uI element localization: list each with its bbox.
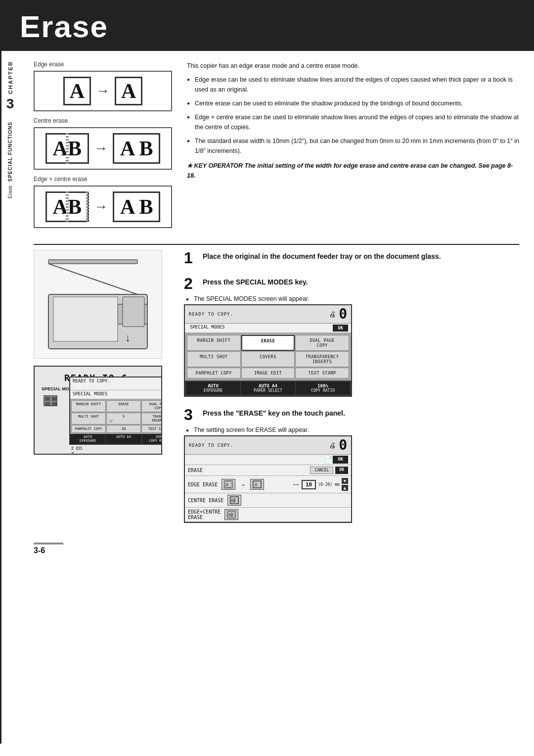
step-3: 3 Press the "ERASE" key on the touch pan… — [184, 407, 519, 523]
panel-label-2: 2 ED Y — [69, 446, 153, 455]
main-content: CHAPTER 3 SPECIAL FUNCTIONS Erase Edge e… — [0, 51, 534, 744]
step-1-header: 1 Place the original in the document fee… — [184, 250, 519, 266]
svg-rect-9 — [45, 402, 50, 406]
centre-erase-icon[interactable]: AB — [227, 495, 241, 506]
small-btn-erase[interactable]: ERASE — [106, 400, 141, 412]
small-btn-text-stamp[interactable]: TEXT STAMP — [141, 425, 162, 433]
edge-centre-erase-text: EDGE+CENTREERASE — [188, 509, 221, 520]
slider-icon: ←→ — [293, 482, 299, 487]
chapter-label: CHAPTER — [7, 61, 13, 94]
panel-modes-icon — [44, 395, 57, 406]
small-btn-s[interactable]: S ☞ — [106, 413, 141, 425]
top-section: Edge erase A → A Centre erase AB → A B — [34, 61, 519, 234]
edge-centre-erase-arrow: → — [94, 199, 108, 215]
step-1-text: Place the original in the document feede… — [203, 250, 441, 262]
lcd-btn-dual-page[interactable]: DUAL PAGECOPY — [295, 335, 349, 351]
edge-erase-label: Edge erase — [34, 61, 172, 68]
lcd-top-row: READY TO COPY. 🖨 0 — [185, 305, 351, 324]
svg-text:A: A — [226, 482, 229, 487]
small-lcd-bottom: AUTO EXPOSURE AUTO A4 100% COPY RATIO — [70, 434, 162, 444]
bullet-2: Centre erase can be used to eliminate th… — [187, 98, 519, 108]
small-btn-in[interactable]: IN — [106, 425, 141, 433]
small-lcd-ready: READY TO COPY. — [73, 378, 110, 389]
small-lcd-ok[interactable]: OK — [162, 391, 162, 398]
edge-centre-ab-after: A B — [113, 191, 161, 222]
small-lcd-modes-row: SPECIAL MODES OK — [70, 390, 162, 399]
small-btn-multi-shot[interactable]: MULTI SHOT — [71, 413, 106, 425]
lcd-bottom-row: AUTO EXPOSURE AUTO A4 PAPER SELECT 100% … — [185, 380, 351, 396]
title-banner: Erase — [0, 0, 534, 51]
erase-lcd-ok-top[interactable]: OK — [333, 456, 348, 464]
edge-letter-a-after: A — [115, 77, 142, 105]
erase-lcd-doc-row: 📄 OK — [185, 455, 351, 465]
lcd-modes-row: SPECIAL MODES OK — [185, 324, 351, 333]
edge-centre-erase-icon[interactable]: AB — [224, 509, 238, 520]
description-column: This copier has an edge erase mode and a… — [187, 61, 519, 234]
small-btn-margin-shift[interactable]: MARGIN SHIFT — [71, 400, 106, 412]
erase-row-label: ERASE CANCEL OK — [185, 465, 351, 476]
step-3-lcd: READY TO COPY. 🖨 0 📄 OK ERASE — [184, 435, 352, 523]
step-1-number: 1 — [184, 250, 198, 266]
lcd-ok-button[interactable]: OK — [333, 325, 348, 331]
mm-up-arrow[interactable]: ▲ — [342, 485, 348, 491]
sidebar: CHAPTER 3 SPECIAL FUNCTIONS Erase — [0, 51, 19, 744]
lcd-btn-text-stamp[interactable]: TEXT STAMP — [295, 368, 349, 378]
edge-erase-icon-2[interactable]: A — [250, 479, 264, 490]
step-3-number: 3 — [184, 407, 198, 423]
svg-rect-1 — [48, 260, 137, 264]
centre-erase-diagram: AB → A B — [34, 127, 172, 170]
description-bullets: Edge erase can be used to eliminate shad… — [187, 75, 519, 156]
steps-left-column: ↓ READY TO C SPECIAL MODES — [34, 250, 172, 533]
description-intro: This copier has an edge erase mode and a… — [187, 61, 519, 71]
diagrams-column: Edge erase A → A Centre erase AB → A B — [34, 61, 172, 234]
step-2-number: 2 — [184, 276, 198, 291]
edge-erase-icon-1[interactable]: A — [222, 479, 235, 490]
svg-text:↓: ↓ — [125, 331, 131, 344]
step-2: 2 Press the SPECIAL MODES key. The SPECI… — [184, 276, 519, 397]
step-2-text: Press the SPECIAL MODES key. — [203, 276, 308, 287]
control-panel-diagram: READY TO C SPECIAL MODES — [34, 366, 162, 455]
svg-rect-13 — [231, 481, 232, 488]
key-operator-note: ★ KEY OPERATOR The initial setting of th… — [187, 161, 519, 181]
small-btn-dual-page[interactable]: DUAL PAGECOPY — [141, 400, 162, 412]
small-lcd-screen: READY TO COPY. 🖨 0 SPECIAL MODES OK — [69, 377, 162, 445]
centre-ab-after: A B — [113, 133, 161, 164]
svg-rect-8 — [52, 397, 57, 401]
erase-ok-btn[interactable]: OK — [335, 467, 348, 474]
erase-cancel-btn[interactable]: CANCEL — [310, 467, 333, 474]
steps-section: ↓ READY TO C SPECIAL MODES — [34, 250, 519, 533]
mm-arrows: ▼ ▲ — [342, 477, 348, 491]
bullet-4: The standard erase width is 10mm (1/2"),… — [187, 136, 519, 156]
steps-right-column: 1 Place the original in the document fee… — [184, 250, 519, 533]
lcd-btn-erase[interactable]: ERASE — [241, 335, 295, 351]
edge-letter-a-before: A — [63, 77, 91, 105]
lcd-btn-pamphlet[interactable]: PAMPHLET COPY — [187, 368, 241, 378]
lcd-printer-icon: 🖨 — [329, 310, 336, 318]
mm-down-arrow[interactable]: ▼ — [342, 478, 348, 484]
section-divider — [34, 244, 519, 245]
step-2-bullet: The SPECIAL MODES screen will appear. — [184, 295, 519, 302]
lcd-btn-transparency[interactable]: TRANSPARENCYINSERTS — [295, 351, 349, 367]
edge-erase-diagram: A → A — [34, 71, 172, 111]
lcd-btn-covers[interactable]: COVERS — [241, 351, 295, 367]
small-lcd-printer-icon: 🖨 — [161, 380, 162, 387]
small-btn-pamphlet[interactable]: PAMPHLET COPY — [71, 425, 106, 433]
edge-centre-erase-row: EDGE+CENTREERASE AB — [185, 508, 351, 522]
edge-erase-arrow: → — [96, 83, 110, 99]
step-3-text: Press the "ERASE" key on the touch panel… — [203, 407, 345, 419]
svg-rect-10 — [52, 402, 57, 406]
lcd-btn-margin-shift[interactable]: MARGIN SHIFT — [187, 335, 241, 351]
edge-erase-arrow-right: → — [241, 482, 244, 487]
small-lcd-copy-ratio: 100% COPY RATIO — [142, 434, 162, 444]
lcd-btn-image-edit[interactable]: IMAGE EDIT — [241, 368, 295, 378]
svg-rect-22 — [234, 511, 235, 518]
lcd-ready-text: READY TO COPY. — [189, 312, 233, 317]
lcd-copy-ratio: 100% COPY RATIO — [296, 381, 350, 395]
small-lcd-buttons-grid: MARGIN SHIFT ERASE DUAL PAGECOPY MULTI S… — [70, 399, 162, 434]
small-btn-transparency[interactable]: TRANSPINSERTS — [141, 413, 162, 425]
erase-lcd-ready: READY TO COPY. — [189, 443, 233, 448]
lcd-special-modes: SPECIAL MODES — [188, 325, 333, 331]
lcd-btn-multi-shot[interactable]: MULTI SHOT — [187, 351, 241, 367]
erase-lcd-zero: 0 — [339, 438, 347, 452]
page-title: Erase — [20, 9, 514, 44]
